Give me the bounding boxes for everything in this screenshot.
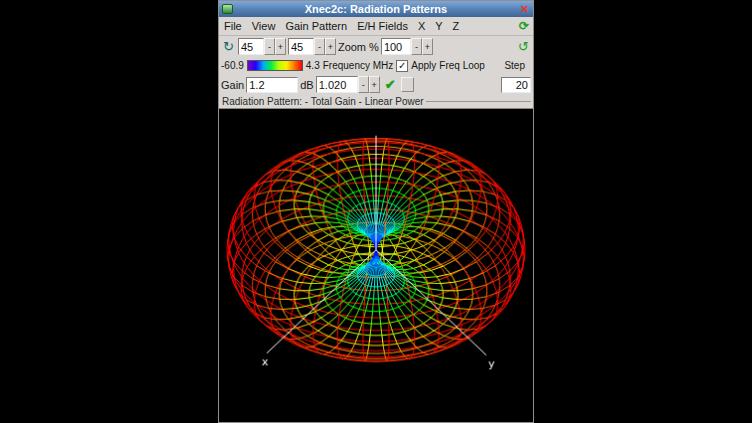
- gain-scale-max-label: 4.3: [306, 60, 320, 71]
- gain-scale-min-label: -60.9: [221, 60, 244, 71]
- elevation-spinbox: - +: [288, 38, 336, 55]
- azimuth-spinbox: - +: [238, 38, 286, 55]
- freq-loop-label: Freq Loop: [439, 60, 485, 71]
- desktop: { "window": { "title": "Xnec2c: Radiatio…: [0, 0, 752, 423]
- elevation-input[interactable]: [288, 38, 314, 55]
- zoom-label: Zoom %: [338, 41, 379, 53]
- azimuth-input[interactable]: [238, 38, 264, 55]
- pattern-title: Radiation Pattern: - Total Gain - Linear…: [222, 96, 424, 107]
- elevation-increment-button[interactable]: +: [325, 38, 336, 55]
- apply-label: Apply: [411, 60, 436, 71]
- redraw-icon[interactable]: ↺: [516, 39, 531, 54]
- refresh-plot-icon[interactable]: ⟳: [519, 19, 529, 33]
- close-icon[interactable]: ✕: [516, 3, 533, 16]
- colorbar: [247, 60, 303, 71]
- menu-file[interactable]: File: [219, 19, 247, 33]
- zoom-decrement-button[interactable]: -: [411, 38, 422, 55]
- gain-label: Gain: [221, 79, 244, 91]
- gain-value-field[interactable]: [246, 77, 298, 93]
- menu-z[interactable]: Z: [448, 19, 465, 33]
- azimuth-decrement-button[interactable]: -: [264, 38, 275, 55]
- pattern-frame-label: Radiation Pattern: - Total Gain - Linear…: [219, 95, 533, 108]
- db-label: dB: [300, 79, 313, 91]
- frame-separator-line: [426, 101, 531, 102]
- checkmark-icon: ✓: [398, 60, 406, 71]
- frequency-mhz-label: Frequency MHz: [323, 60, 394, 71]
- menu-x[interactable]: X: [413, 19, 430, 33]
- zoom-input[interactable]: [381, 38, 411, 55]
- frequency-spinbox: - +: [316, 76, 380, 93]
- menu-eh-fields[interactable]: E/H Fields: [352, 19, 413, 33]
- menu-gain-pattern[interactable]: Gain Pattern: [280, 19, 352, 33]
- menu-bar: File View Gain Pattern E/H Fields X Y Z …: [219, 17, 533, 36]
- apply-checkbox[interactable]: ✓: [396, 60, 408, 72]
- title-bar[interactable]: Xnec2c: Radiation Patterns ✕: [219, 1, 533, 17]
- rotate-view-icon[interactable]: ↻: [221, 39, 236, 54]
- frequency-increment-button[interactable]: +: [369, 76, 380, 93]
- menu-view[interactable]: View: [247, 19, 281, 33]
- view-toolbar: ↻ - + - + Zoom % - + ↺: [219, 36, 533, 57]
- frequency-row: -60.9 4.3 Frequency MHz ✓ Apply Freq Loo…: [219, 57, 533, 74]
- window-title: Xnec2c: Radiation Patterns: [236, 3, 516, 15]
- radiation-patterns-window: Xnec2c: Radiation Patterns ✕ File View G…: [218, 0, 534, 423]
- frequency-decrement-button[interactable]: -: [358, 76, 369, 93]
- radiation-pattern-canvas[interactable]: [221, 109, 531, 422]
- elevation-decrement-button[interactable]: -: [314, 38, 325, 55]
- apply-frequency-icon[interactable]: ✔: [382, 77, 399, 92]
- gain-row: Gain dB - + ✔: [219, 74, 533, 95]
- pattern-view: [219, 108, 533, 422]
- freq-steps-field[interactable]: [501, 77, 531, 93]
- menu-y[interactable]: Y: [430, 19, 447, 33]
- frequency-input[interactable]: [316, 76, 358, 93]
- zoom-spinbox: - +: [381, 38, 433, 55]
- step-label: Step: [504, 60, 531, 71]
- azimuth-increment-button[interactable]: +: [275, 38, 286, 55]
- freq-loop-start-button[interactable]: [401, 77, 414, 92]
- window-menu-icon[interactable]: [222, 4, 233, 14]
- zoom-increment-button[interactable]: +: [422, 38, 433, 55]
